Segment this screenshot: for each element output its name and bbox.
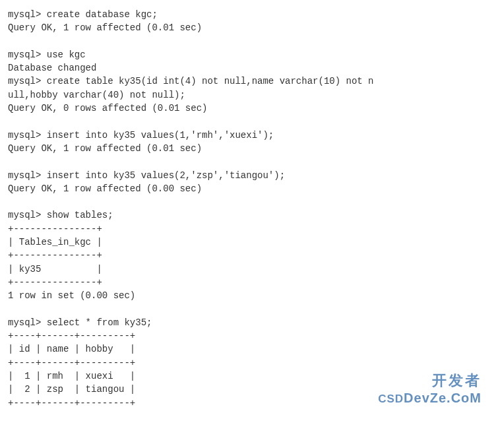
mysql-terminal-output: mysql> create database kgc; Query OK, 1 … — [8, 8, 490, 410]
